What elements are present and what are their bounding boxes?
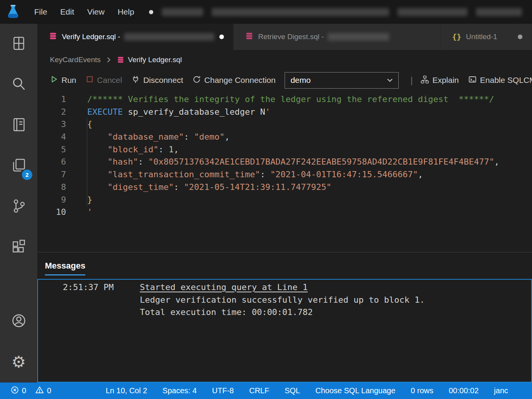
change-connection-button[interactable]: Change Connection (192, 75, 276, 86)
message-row: Ledger verification successfully verifie… (38, 294, 531, 307)
error-icon (11, 386, 19, 396)
messages-area[interactable]: 2:51:37 PMStarted executing query at Lin… (37, 279, 532, 383)
activity-item-connections[interactable] (0, 24, 37, 64)
database-file-icon (245, 32, 254, 42)
explain-button[interactable]: Explain (421, 75, 459, 86)
redacted-text (162, 8, 203, 16)
code-text: /****** Verifies the integrity of the le… (87, 93, 494, 106)
breadcrumb-folder[interactable]: KeyCardEvents (50, 56, 101, 64)
code-text: ' (87, 206, 92, 219)
search-icon (11, 76, 27, 94)
chevron-right-icon (105, 56, 112, 63)
menu-file[interactable]: File (28, 7, 54, 16)
code-line[interactable]: 7 "last_transaction_commit_time": "2021-… (37, 168, 532, 181)
messages-list: 2:51:37 PMStarted executing query at Lin… (38, 281, 531, 319)
message-text: Total execution time: 00:00:01.782 (140, 306, 313, 319)
account-name[interactable]: janc (494, 386, 508, 395)
error-count[interactable]: 0 (11, 386, 26, 396)
menu-help[interactable]: Help (111, 7, 141, 16)
menu-edit[interactable]: Edit (54, 7, 81, 16)
server-icon (11, 35, 27, 53)
activity-item-extensions[interactable] (0, 227, 37, 268)
message-link[interactable]: Started executing query at Line 1 (140, 281, 308, 294)
code-line[interactable]: 9} (37, 194, 532, 206)
execution-time[interactable]: 00:00:02 (449, 386, 479, 395)
code-line[interactable]: 3{ (37, 118, 532, 131)
activity-item-notebooks[interactable] (0, 105, 37, 146)
database-dropdown-value: demo (290, 76, 311, 85)
message-text: Ledger verification successfully verifie… (140, 294, 425, 307)
code-area: 1/****** Verifies the integrity of the l… (37, 93, 532, 219)
activity-item-search[interactable] (0, 64, 37, 105)
editor-tab-bar: Verify Ledger.sql - Retrieve Digest.sql … (37, 24, 532, 50)
line-number: 10 (37, 206, 66, 219)
code-line[interactable]: 10' (37, 206, 532, 219)
notebook-icon (11, 117, 27, 134)
breadcrumb-file[interactable]: Verify Ledger.sql (128, 56, 182, 64)
activity-bar: 2 (0, 24, 37, 383)
line-number: 8 (37, 181, 66, 194)
code-line[interactable]: 1/****** Verifies the integrity of the l… (37, 93, 532, 106)
line-number: 5 (37, 143, 66, 156)
code-editor[interactable]: 1/****** Verifies the integrity of the l… (37, 91, 532, 252)
run-button[interactable]: Run (50, 75, 76, 85)
warning-icon (35, 386, 44, 396)
title-bar: File Edit View Help (0, 0, 532, 24)
eol-setting[interactable]: CRLF (249, 386, 269, 395)
row-count[interactable]: 0 rows (411, 386, 433, 395)
braces-file-icon: {} (452, 32, 461, 41)
message-row: Total execution time: 00:00:01.782 (38, 306, 531, 319)
warning-count[interactable]: 0 (35, 386, 51, 396)
encoding-setting[interactable]: UTF-8 (212, 386, 234, 395)
tab-untitled-1[interactable]: {} Untitled-1 (441, 24, 532, 50)
message-row: 2:51:37 PMStarted executing query at Lin… (38, 281, 531, 294)
modified-dot (149, 10, 153, 14)
language-picker[interactable]: Choose SQL Language (315, 386, 395, 395)
enable-sqlcmd-button[interactable]: Enable SQLCMD (468, 75, 532, 86)
code-text: "hash": "0x80571376342AE1CEBD17BADA27F24… (87, 156, 499, 168)
redacted-text (476, 8, 522, 16)
tab-label: Verify Ledger.sql - (62, 33, 120, 41)
warning-count-value: 0 (47, 386, 51, 395)
code-line[interactable]: 6 "hash": "0x80571376342AE1CEBD17BADA27F… (37, 156, 532, 168)
modified-dot (219, 35, 224, 39)
cancel-label: Cancel (97, 76, 122, 85)
message-timestamp: 2:51:37 PM (38, 281, 114, 294)
disconnect-label: Disconnect (143, 76, 183, 85)
status-bar: 0 0 Ln 10, Col 2 Spaces: 4 UTF-8 CRLF SQ… (0, 383, 532, 399)
redacted-text (124, 33, 214, 41)
tab-verify-ledger[interactable]: Verify Ledger.sql - (37, 24, 234, 50)
sqlcmd-icon (468, 75, 477, 86)
error-count-value: 0 (22, 386, 26, 395)
line-number: 7 (37, 168, 66, 181)
cursor-position[interactable]: Ln 10, Col 2 (106, 386, 147, 395)
code-text: "last_transaction_commit_time": "2021-04… (87, 168, 423, 181)
menu-view[interactable]: View (81, 7, 111, 16)
gear-icon: ⚙ (12, 354, 26, 370)
indentation-setting[interactable]: Spaces: 4 (162, 386, 197, 395)
code-text: "digest_time": "2021-05-14T21:39:11.7477… (87, 181, 331, 194)
tab-retrieve-digest[interactable]: Retrieve Digest.sql - (234, 24, 441, 50)
code-line[interactable]: 5 "block_id": 1, (37, 143, 532, 156)
activity-item-explorer[interactable]: 2 (0, 146, 37, 186)
redacted-text (212, 8, 389, 16)
cancel-button[interactable]: Cancel (86, 75, 122, 85)
line-number: 6 (37, 156, 66, 168)
disconnect-button[interactable]: Disconnect (131, 75, 183, 86)
language-mode[interactable]: SQL (285, 386, 300, 395)
plug-icon (131, 75, 140, 86)
code-line[interactable]: 2EXECUTE sp_verify_database_ledger N' (37, 106, 532, 119)
code-line[interactable]: 8 "digest_time": "2021-05-14T21:39:11.74… (37, 181, 532, 194)
activity-item-source-control[interactable] (0, 186, 37, 227)
code-line[interactable]: 4 "database_name": "demo", (37, 131, 532, 143)
window-title (149, 8, 522, 16)
line-number: 3 (37, 118, 66, 131)
query-toolbar: Run Cancel Disco (37, 70, 532, 91)
database-dropdown[interactable]: demo (285, 72, 399, 89)
activity-item-settings[interactable]: ⚙ (0, 342, 37, 383)
activity-item-account[interactable] (0, 301, 37, 342)
code-text: "block_id": 1, (87, 143, 179, 156)
tab-messages[interactable]: Messages (45, 261, 85, 275)
app-logo-icon (5, 3, 22, 20)
extensions-icon (11, 239, 27, 256)
